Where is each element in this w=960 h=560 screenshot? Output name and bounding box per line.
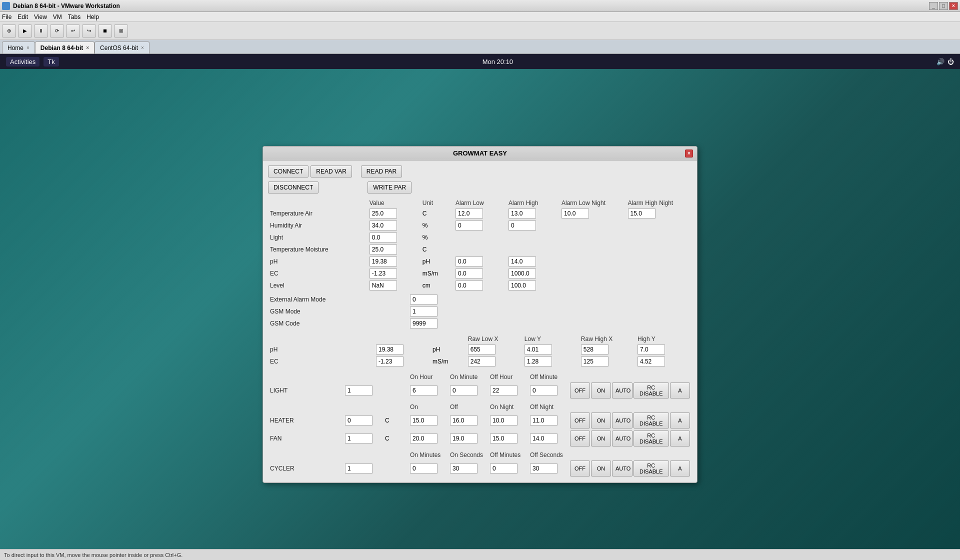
row-3-value-input[interactable] <box>370 244 397 254</box>
menu-view[interactable]: View <box>34 14 47 20</box>
cycler-off-button[interactable]: OFF <box>570 460 590 476</box>
menu-file[interactable]: File <box>2 14 12 20</box>
row-0-alarm-low-input[interactable] <box>456 208 483 218</box>
toolbar-btn-6[interactable]: ↪ <box>82 24 96 38</box>
heater-on-night-input[interactable] <box>490 416 518 426</box>
tab-centos[interactable]: CentOS 64-bit × <box>94 42 150 54</box>
light-on-button[interactable]: ON <box>591 382 611 398</box>
light-off-hour-input[interactable] <box>490 386 518 396</box>
calib-row-0-value-input[interactable] <box>376 344 404 354</box>
light-a-button[interactable]: A <box>670 382 690 398</box>
row-1-alarm-high-input[interactable] <box>508 220 536 230</box>
light-on-minute-input[interactable] <box>450 386 478 396</box>
heater-a-button[interactable]: A <box>670 412 690 428</box>
tk-button[interactable]: Tk <box>44 57 58 66</box>
fan-a-button[interactable]: A <box>670 430 690 446</box>
activities-button[interactable]: Activities <box>6 57 40 66</box>
row-4-alarm-high-input[interactable] <box>508 256 536 266</box>
calib-row-0-high-y-input[interactable] <box>638 344 665 354</box>
maximize-button[interactable]: □ <box>939 2 948 10</box>
fan-off-input[interactable] <box>450 434 478 444</box>
connect-button[interactable]: CONNECT <box>268 166 308 178</box>
row-4-value-input[interactable] <box>370 256 397 266</box>
row-0-value-input[interactable] <box>370 208 397 218</box>
cycler-off-min-input[interactable] <box>490 464 518 474</box>
light-rc-disable-button[interactable]: RC DISABLE <box>634 382 669 398</box>
menu-edit[interactable]: Edit <box>18 14 28 20</box>
cycler-on-button[interactable]: ON <box>591 460 611 476</box>
tab-home[interactable]: Home × <box>2 42 35 54</box>
toolbar-btn-3[interactable]: ⏸ <box>34 24 48 38</box>
row-6-value-input[interactable] <box>370 280 397 290</box>
heater-off-input[interactable] <box>450 416 478 426</box>
fan-auto-button[interactable]: AUTO <box>612 430 632 446</box>
heater-on-input[interactable] <box>410 416 438 426</box>
light-off-button[interactable]: OFF <box>570 382 590 398</box>
write-par-button[interactable]: WRITE PAR <box>368 182 412 194</box>
tab-centos-close[interactable]: × <box>141 45 144 50</box>
fan-on-input[interactable] <box>410 434 438 444</box>
row-4-alarm-low-input[interactable] <box>456 256 483 266</box>
row-0-alarm-low-night-input[interactable] <box>562 208 589 218</box>
toolbar-btn-1[interactable]: ⊕ <box>2 24 16 38</box>
cycler-value-input[interactable] <box>345 464 372 474</box>
toolbar-btn-8[interactable]: ⊠ <box>114 24 128 38</box>
read-par-button[interactable]: READ PAR <box>361 166 402 178</box>
light-value-input[interactable] <box>345 386 372 396</box>
calib-row-1-raw-high-x-input[interactable] <box>581 356 608 366</box>
row-2-value-input[interactable] <box>370 232 397 242</box>
row-1-alarm-low-input[interactable] <box>456 220 483 230</box>
gsm-code-input[interactable] <box>410 318 438 328</box>
tab-debian[interactable]: Debian 8 64-bit × <box>35 42 94 54</box>
heater-rc-disable-button[interactable]: RC DISABLE <box>634 412 669 428</box>
fan-off-button[interactable]: OFF <box>570 430 590 446</box>
heater-off-button[interactable]: OFF <box>570 412 590 428</box>
cycler-auto-button[interactable]: AUTO <box>612 460 632 476</box>
menu-help[interactable]: Help <box>86 14 99 20</box>
gsm-mode-input[interactable] <box>410 306 438 316</box>
row-5-alarm-high-input[interactable] <box>508 268 536 278</box>
cycler-rc-disable-button[interactable]: RC DISABLE <box>634 460 669 476</box>
cycler-on-sec-input[interactable] <box>450 464 478 474</box>
menu-tabs[interactable]: Tabs <box>68 14 80 20</box>
calib-row-1-high-y-input[interactable] <box>638 356 665 366</box>
heater-auto-button[interactable]: AUTO <box>612 412 632 428</box>
tab-debian-close[interactable]: × <box>86 45 89 50</box>
calib-row-0-low-y-input[interactable] <box>524 344 552 354</box>
calib-row-1-raw-low-x-input[interactable] <box>468 356 496 366</box>
cycler-off-sec-input[interactable] <box>530 464 558 474</box>
fan-on-button[interactable]: ON <box>591 430 611 446</box>
cycler-a-button[interactable]: A <box>670 460 690 476</box>
close-button[interactable]: × <box>949 2 958 10</box>
calib-row-0-raw-low-x-input[interactable] <box>468 344 496 354</box>
row-5-value-input[interactable] <box>370 268 397 278</box>
menu-vm[interactable]: VM <box>53 14 62 20</box>
light-on-hour-input[interactable] <box>410 386 438 396</box>
modal-close-button[interactable]: × <box>685 150 693 158</box>
row-0-alarm-high-night-input[interactable] <box>628 208 656 218</box>
toolbar-btn-5[interactable]: ↩ <box>66 24 80 38</box>
toolbar-btn-7[interactable]: ⏹ <box>98 24 112 38</box>
calib-row-0-raw-high-x-input[interactable] <box>581 344 608 354</box>
heater-on-button[interactable]: ON <box>591 412 611 428</box>
fan-value-input[interactable] <box>345 434 372 444</box>
row-1-value-input[interactable] <box>370 220 397 230</box>
read-var-button[interactable]: READ VAR <box>310 166 352 178</box>
calib-row-1-value-input[interactable] <box>376 356 404 366</box>
row-6-alarm-low-input[interactable] <box>456 280 483 290</box>
row-5-alarm-low-input[interactable] <box>456 268 483 278</box>
calib-row-1-low-y-input[interactable] <box>524 356 552 366</box>
light-off-minute-input[interactable] <box>530 386 558 396</box>
heater-value-input[interactable] <box>345 416 372 426</box>
toolbar-btn-4[interactable]: ⟳ <box>50 24 64 38</box>
cycler-on-min-input[interactable] <box>410 464 438 474</box>
toolbar-btn-2[interactable]: ▶ <box>18 24 32 38</box>
external-alarm-input[interactable] <box>410 294 438 304</box>
light-auto-button[interactable]: AUTO <box>612 382 632 398</box>
fan-rc-disable-button[interactable]: RC DISABLE <box>634 430 669 446</box>
minimize-button[interactable]: _ <box>929 2 938 10</box>
tab-home-close[interactable]: × <box>26 45 30 50</box>
disconnect-button[interactable]: DISCONNECT <box>268 182 318 194</box>
row-0-alarm-high-input[interactable] <box>508 208 536 218</box>
row-6-alarm-high-input[interactable] <box>508 280 536 290</box>
